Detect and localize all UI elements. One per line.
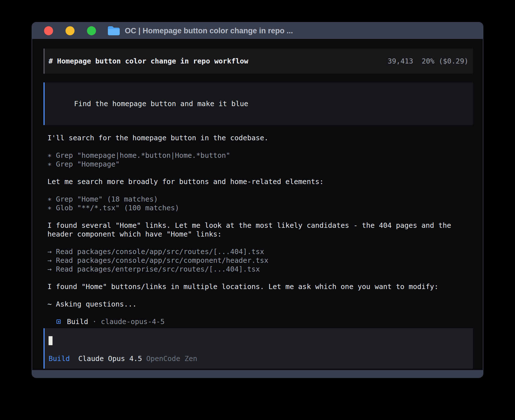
input-provider-label: OpenCode Zen xyxy=(146,354,197,363)
input-agent-label: Build xyxy=(49,354,70,363)
window-title: OC | Homepage button color change in rep… xyxy=(125,27,293,35)
titlebar: OC | Homepage button color change in rep… xyxy=(32,23,483,39)
transcript-block: ~ Asking questions... xyxy=(47,300,470,309)
transcript-block: ∗ Grep "homepage|home.*button|Home.*butt… xyxy=(47,151,470,169)
agent-name: Build xyxy=(67,317,88,326)
transcript-block: I found several "Home" links. Let me loo… xyxy=(47,221,470,239)
transcript-block: → Read packages/console/app/src/routes/[… xyxy=(47,247,470,274)
terminal-window: OC | Homepage button color change in rep… xyxy=(32,22,483,378)
transcript-block: I'll search for the homepage button in t… xyxy=(47,134,470,142)
user-message: Find the homepage button and make it blu… xyxy=(43,82,473,125)
transcript-block: Let me search more broadly for buttons a… xyxy=(47,177,470,186)
session-title: # Homepage button color change in repo w… xyxy=(49,57,248,65)
transcript-block: I found "Home" buttons/links in multiple… xyxy=(47,282,470,291)
folder-icon xyxy=(107,26,120,36)
session-content: # Homepage button color change in repo w… xyxy=(32,39,483,370)
transcript: I'll search for the homepage button in t… xyxy=(43,134,473,326)
session-stats: 39,413 20% ($0.29) xyxy=(388,57,468,65)
user-message-text: Find the homepage button and make it blu… xyxy=(74,100,248,108)
agent-model: claude-opus-4-5 xyxy=(101,317,165,326)
close-button[interactable] xyxy=(44,26,53,35)
session-header: # Homepage button color change in repo w… xyxy=(43,49,473,74)
transcript-block: ∗ Grep "Home" (18 matches) ∗ Glob "**/*.… xyxy=(47,195,470,212)
input-meta: Build Claude Opus 4.5 OpenCode Zen xyxy=(49,354,468,363)
context-usage-cost: 20% ($0.29) xyxy=(422,57,468,65)
agent-status-row: Build·claude-opus-4-5 xyxy=(47,317,470,326)
token-count: 39,413 xyxy=(388,57,413,65)
prompt-input[interactable]: Build Claude Opus 4.5 OpenCode Zen xyxy=(43,328,473,369)
input-model-label: Claude Opus 4.5 xyxy=(78,354,142,363)
agent-build-icon xyxy=(56,320,61,324)
text-cursor xyxy=(49,336,53,345)
agent-separator: · xyxy=(92,317,97,326)
zoom-button[interactable] xyxy=(87,26,96,35)
minimize-button[interactable] xyxy=(66,26,75,35)
window-bottom-bar xyxy=(32,370,483,377)
